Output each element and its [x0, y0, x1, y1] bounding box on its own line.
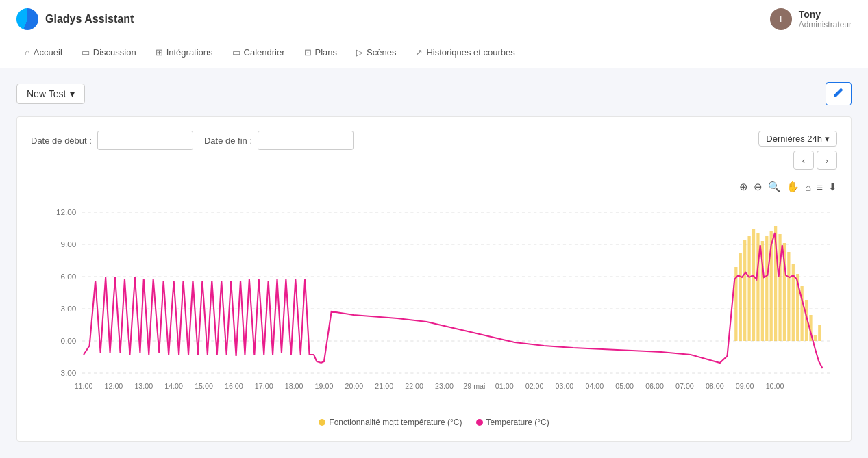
app-header: Gladys Assistant T Tony Administrateur — [0, 0, 868, 38]
nav-item-accueil[interactable]: ⌂ Accueil — [16, 38, 71, 68]
nav-label-calendrier: Calendrier — [244, 47, 285, 58]
left-arrow-icon: ‹ — [802, 155, 805, 166]
svg-rect-55 — [818, 325, 821, 341]
prev-arrow-button[interactable]: ‹ — [793, 151, 814, 170]
svg-rect-41 — [756, 233, 759, 341]
header-logo-area: Gladys Assistant — [16, 8, 134, 30]
chart-controls: Date de début : Date de fin : Dernières … — [31, 131, 837, 170]
date-end-input[interactable] — [258, 131, 354, 150]
zoom-in-icon[interactable]: ⊕ — [739, 181, 748, 193]
time-range-label: Dernières 24h — [766, 133, 822, 144]
svg-text:0.00: 0.00 — [60, 337, 76, 345]
time-range-button[interactable]: Dernières 24h ▾ — [758, 131, 837, 147]
nav-item-integrations[interactable]: ⊞ Intégrations — [147, 38, 221, 68]
svg-text:03:00: 03:00 — [556, 383, 574, 390]
nav-arrows: ‹ › — [793, 151, 837, 170]
user-role: Administrateur — [799, 20, 852, 29]
nav-item-plans[interactable]: ⊡ Plans — [296, 38, 346, 68]
nav-label-accueil: Accueil — [34, 47, 62, 58]
chart-legend: Fonctionnalité mqtt température (°C) Tem… — [31, 418, 837, 427]
plans-icon: ⊡ — [304, 47, 312, 58]
svg-text:18:00: 18:00 — [285, 383, 303, 390]
svg-text:11:00: 11:00 — [75, 383, 93, 390]
legend-dot-mqtt — [319, 419, 325, 426]
legend-mqtt: Fonctionnalité mqtt température (°C) — [319, 418, 462, 427]
nav-label-scenes: Scènes — [367, 47, 396, 58]
legend-temp: Temperature (°C) — [476, 418, 549, 427]
dropdown-arrow-icon: ▾ — [70, 88, 75, 99]
date-end-group: Date de fin : — [204, 131, 354, 150]
scenes-icon: ▷ — [356, 47, 363, 58]
nav-item-historiques[interactable]: ↗ Historiques et courbes — [407, 38, 523, 68]
new-test-dropdown[interactable]: New Test ▾ — [16, 84, 85, 104]
history-icon: ↗ — [415, 47, 423, 58]
right-arrow-icon: › — [826, 155, 828, 166]
svg-text:21:00: 21:00 — [375, 383, 393, 390]
svg-text:9.00: 9.00 — [60, 240, 76, 249]
reset-home-icon[interactable]: ⌂ — [805, 181, 811, 193]
nav-label-plans: Plans — [315, 47, 338, 58]
date-start-group: Date de début : — [31, 131, 193, 150]
nav-item-discussion[interactable]: ▭ Discussion — [73, 38, 145, 68]
svg-text:12.00: 12.00 — [56, 208, 76, 216]
page-toolbar: New Test ▾ — [16, 82, 852, 105]
magnify-icon[interactable]: 🔍 — [768, 181, 781, 193]
nav-item-scenes[interactable]: ▷ Scènes — [348, 38, 404, 68]
date-start-input[interactable] — [97, 131, 193, 150]
app-title: Gladys Assistant — [45, 13, 134, 25]
svg-text:15:00: 15:00 — [195, 383, 213, 390]
dropdown-label: New Test — [27, 88, 66, 99]
svg-text:12:00: 12:00 — [105, 383, 123, 390]
chart-toolbar: ⊕ ⊖ 🔍 ✋ ⌂ ≡ ⬇ — [31, 181, 837, 193]
svg-text:16:00: 16:00 — [225, 383, 243, 390]
user-name: Tony — [799, 9, 852, 20]
home-icon: ⌂ — [25, 47, 30, 58]
discussion-icon: ▭ — [82, 47, 90, 58]
chart-container: Date de début : Date de fin : Dernières … — [16, 116, 852, 442]
svg-text:02:00: 02:00 — [525, 383, 544, 390]
svg-text:06:00: 06:00 — [645, 383, 664, 390]
download-icon[interactable]: ⬇ — [828, 181, 837, 193]
svg-text:04:00: 04:00 — [585, 383, 604, 390]
page-content: New Test ▾ Date de début : Date de fin : — [0, 68, 868, 455]
svg-text:29 mai: 29 mai — [463, 383, 485, 390]
app-logo — [16, 8, 38, 30]
user-info: Tony Administrateur — [799, 9, 852, 29]
header-user-area: T Tony Administrateur — [770, 8, 852, 30]
next-arrow-button[interactable]: › — [817, 151, 837, 170]
nav-label-historiques: Historiques et courbes — [426, 47, 514, 58]
legend-dot-temp — [476, 419, 483, 426]
legend-label-mqtt: Fonctionnalité mqtt température (°C) — [329, 418, 462, 427]
nav-label-integrations: Intégrations — [166, 47, 213, 58]
edit-icon — [833, 88, 844, 100]
calendar-icon: ▭ — [232, 47, 240, 58]
pan-icon[interactable]: ✋ — [786, 181, 799, 193]
time-nav: Dernières 24h ▾ ‹ › — [758, 131, 837, 170]
nav-label-discussion: Discussion — [93, 47, 136, 58]
svg-text:19:00: 19:00 — [315, 383, 334, 390]
svg-text:01:00: 01:00 — [495, 383, 514, 390]
nav-item-calendrier[interactable]: ▭ Calendrier — [224, 38, 293, 68]
svg-text:6.00: 6.00 — [60, 272, 76, 281]
svg-text:3.00: 3.00 — [60, 305, 76, 313]
svg-text:23:00: 23:00 — [435, 383, 454, 390]
svg-text:08:00: 08:00 — [706, 383, 724, 390]
edit-button[interactable] — [826, 82, 852, 105]
svg-rect-38 — [743, 240, 746, 341]
svg-text:05:00: 05:00 — [615, 383, 634, 390]
svg-rect-37 — [739, 253, 742, 341]
chart-area: 12.00 9.00 6.00 3.00 0.00 -3.00 11:00 12… — [31, 199, 837, 411]
svg-text:17:00: 17:00 — [255, 383, 273, 390]
svg-text:-3.00: -3.00 — [58, 369, 77, 377]
svg-text:22:00: 22:00 — [405, 383, 423, 390]
svg-rect-40 — [752, 229, 755, 341]
menu-icon[interactable]: ≡ — [817, 181, 823, 193]
legend-label-temp: Temperature (°C) — [486, 418, 549, 427]
date-filters: Date de début : Date de fin : — [31, 131, 354, 150]
zoom-out-icon[interactable]: ⊖ — [754, 181, 762, 193]
date-end-label: Date de fin : — [204, 136, 252, 146]
svg-text:09:00: 09:00 — [736, 383, 754, 390]
svg-text:13:00: 13:00 — [134, 383, 153, 390]
svg-rect-39 — [747, 236, 750, 341]
svg-text:14:00: 14:00 — [164, 383, 183, 390]
